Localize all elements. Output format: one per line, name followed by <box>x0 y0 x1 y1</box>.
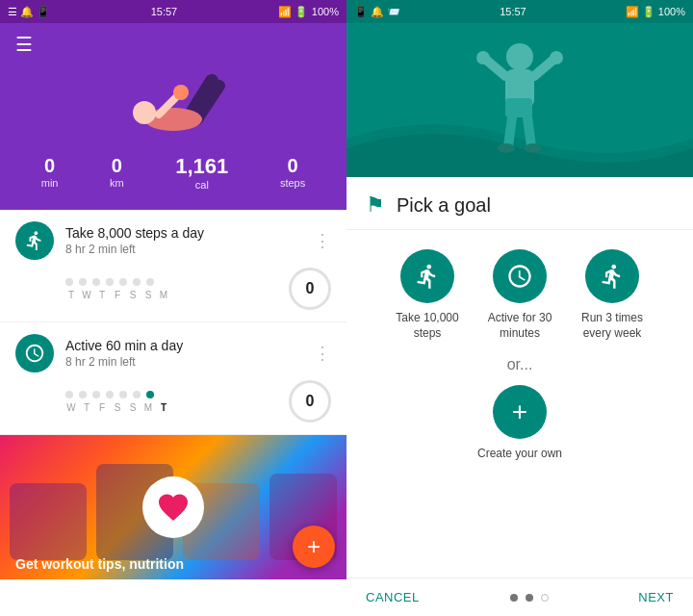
progress-circle-active: 0 <box>289 380 331 423</box>
banner-heart <box>142 476 204 538</box>
svg-point-21 <box>525 143 542 153</box>
create-own[interactable]: + Create your own <box>346 381 693 475</box>
cancel-button[interactable]: CANCEL <box>366 590 420 604</box>
goal-option-icon-active <box>493 249 547 303</box>
goal-dialog: ⚑ Pick a goal Take 10,000 steps <box>346 177 693 616</box>
status-bar-right: 📱 🔔 📨 15:57 📶 🔋 100% <box>346 0 693 23</box>
fab-button[interactable]: + <box>293 526 335 568</box>
progress-circle-steps: 0 <box>289 268 331 310</box>
banner-title: Get workout tips, nutrition <box>15 556 184 572</box>
pagination-dots <box>510 594 549 602</box>
next-button[interactable]: NEXT <box>638 590 674 604</box>
dialog-title: Pick a goal <box>397 194 491 217</box>
svg-line-14 <box>486 60 505 76</box>
goal-option-label-steps: Take 10,000 steps <box>389 311 466 341</box>
goal-menu-steps[interactable]: ⋮ <box>314 230 331 251</box>
or-text: or... <box>346 352 693 381</box>
status-icons-left: ☰ 🔔 📱 <box>8 6 50 18</box>
day-labels-steps: T W T F S S M <box>65 290 277 300</box>
goal-dialog-header: ⚑ Pick a goal <box>346 177 693 230</box>
left-panel: ☰ 🔔 📱 15:57 📶 🔋 100% ☰ <box>0 0 346 616</box>
dialog-footer: CANCEL NEXT <box>346 578 693 616</box>
svg-point-11 <box>506 43 533 70</box>
svg-point-20 <box>498 143 515 153</box>
goal-card-active: Active 60 min a day 8 hr 2 min left ⋮ <box>0 322 346 435</box>
stat-steps: 0 steps <box>280 156 305 191</box>
goal-menu-active[interactable]: ⋮ <box>314 343 331 364</box>
goal-option-label-active: Active for 30 minutes <box>481 311 558 341</box>
goal-icon-active <box>15 334 54 372</box>
svg-point-15 <box>476 51 490 64</box>
hamburger-button[interactable]: ☰ <box>15 33 331 56</box>
svg-line-16 <box>534 60 553 76</box>
svg-point-6 <box>173 85 189 100</box>
svg-point-4 <box>133 101 156 124</box>
workout-illustration <box>15 64 331 141</box>
goal-icon-steps <box>15 221 54 260</box>
header: ☰ 0 min <box>0 23 346 210</box>
dot-2 <box>526 594 533 602</box>
flag-icon: ⚑ <box>366 192 385 218</box>
stat-cal: 1,161 cal <box>175 156 228 191</box>
hero-section <box>346 23 693 177</box>
stat-km: 0 km <box>110 156 124 191</box>
promo-banner[interactable]: Get workout tips, nutrition + <box>0 435 346 579</box>
status-right-icons-left: 📶 🔋 100% <box>278 6 339 18</box>
stat-min: 0 min <box>41 156 59 191</box>
days-dots-steps <box>65 278 277 286</box>
create-own-icon: + <box>493 385 547 439</box>
status-time-right: 15:57 <box>500 6 526 17</box>
goal-option-active[interactable]: Active for 30 minutes <box>481 249 558 341</box>
dot-1 <box>510 594 518 602</box>
svg-line-18 <box>508 117 512 146</box>
goal-option-label-run: Run 3 times every week <box>574 311 651 341</box>
stats-row: 0 min 0 km 1,161 cal 0 steps <box>15 148 331 194</box>
svg-rect-7 <box>10 483 87 560</box>
right-panel: 📱 🔔 📨 15:57 📶 🔋 100% <box>346 0 693 616</box>
goal-option-icon-steps <box>400 249 454 303</box>
goals-list: Take 8,000 steps a day 8 hr 2 min left ⋮ <box>0 210 346 616</box>
goal-option-steps[interactable]: Take 10,000 steps <box>389 249 466 341</box>
svg-line-19 <box>527 117 531 146</box>
dot-3 <box>541 594 549 602</box>
create-own-label: Create your own <box>477 447 562 460</box>
goal-card-steps: Take 8,000 steps a day 8 hr 2 min left ⋮ <box>0 210 346 322</box>
days-dots-active <box>65 391 277 398</box>
status-time-left: 15:57 <box>151 6 178 17</box>
day-labels-active: W T F S S M T <box>65 402 277 413</box>
goal-options: Take 10,000 steps Active for 30 minutes <box>346 230 693 352</box>
goal-option-run[interactable]: Run 3 times every week <box>574 249 651 341</box>
goal-option-icon-run <box>585 249 639 303</box>
svg-point-17 <box>550 51 563 64</box>
status-bar-left: ☰ 🔔 📱 15:57 📶 🔋 100% <box>0 0 346 23</box>
